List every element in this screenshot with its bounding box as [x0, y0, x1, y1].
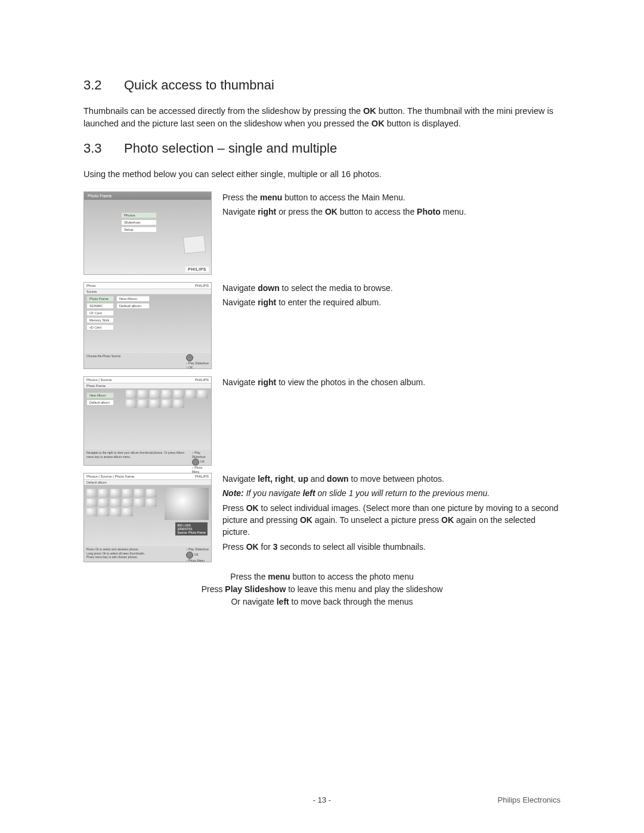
thumbnail — [122, 508, 133, 516]
screenshot-photo-grid: Photos | Source | Photo framePHILIPS Def… — [83, 473, 212, 562]
ok-button-icon — [186, 354, 193, 361]
source-ms: Memory Stick — [86, 317, 114, 323]
note-text: Note: If you navigate left on slide 1 yo… — [222, 487, 561, 499]
brand-logo: PHILIPS — [195, 284, 209, 287]
album-new: New Album — [86, 392, 114, 398]
step-row-1: Photo Frame Photos Slideshow Setup PHILI… — [83, 191, 561, 275]
thumbnail — [138, 390, 148, 398]
source-list: Photo Frame SD/MMC CF Card Memory Stick … — [86, 296, 114, 332]
section-number: 3.3 — [83, 141, 107, 156]
step-1-text: Press the menu button to access the Main… — [222, 191, 561, 275]
thumbnail — [146, 498, 157, 507]
screenshot-footer: Press Ok to select and deselect photos. … — [84, 546, 211, 562]
menu-item-setup: Setup — [121, 227, 157, 233]
thumbnail — [110, 498, 121, 507]
thumbnail — [134, 489, 145, 497]
album-default: Default album — [86, 400, 114, 405]
thumbnail — [86, 498, 97, 507]
section-3-3-intro: Using the method below you can select ei… — [83, 168, 561, 181]
selected-photo-preview — [165, 488, 209, 520]
sub-header: Default album — [84, 480, 211, 485]
section-title: Photo selection – single and multiple — [124, 141, 337, 156]
screenshot-footer: Navigate to the right to view your album… — [84, 450, 211, 465]
step-4-text: Navigate left, right, up and down to mov… — [222, 473, 561, 562]
thumbnail — [98, 508, 109, 516]
thumbnail — [150, 400, 160, 408]
closing-instructions: Press the menu button to access the phot… — [83, 571, 561, 608]
main-menu-list: Photos Slideshow Setup — [121, 212, 157, 234]
thumbnail — [150, 390, 160, 398]
source-photo-frame: Photo Frame — [86, 296, 114, 302]
thumbnail — [110, 508, 121, 516]
sub-header: Photo Frame — [84, 383, 211, 389]
section-3-3-heading: 3.3 Photo selection – single and multipl… — [83, 141, 561, 156]
brand-logo: PHILIPS — [195, 475, 209, 478]
page-number: - 13 - — [313, 795, 331, 804]
screenshot-source-menu: PhotoPHILIPS Source Photo Frame SD/MMC C… — [83, 282, 212, 369]
thumbnail — [197, 390, 208, 398]
thumbnail-grid — [126, 390, 209, 408]
menu-item-photos: Photos — [121, 212, 157, 218]
thumbnail-grid — [86, 489, 161, 516]
thumbnail — [162, 400, 172, 408]
section-number: 3.2 — [83, 78, 107, 93]
section-3-2-heading: 3.2 Quick access to thumbnai — [83, 78, 561, 93]
thumbnail — [138, 400, 148, 408]
breadcrumb: Photos | Source — [86, 378, 112, 382]
album-list: New Album Default album — [86, 392, 114, 407]
thumbnail — [110, 489, 121, 497]
brand-logo: PHILIPS — [185, 267, 209, 272]
thumbnail — [126, 400, 137, 408]
thumbnail — [126, 390, 137, 398]
brand-logo: PHILIPS — [195, 378, 209, 382]
source-cf: CF Card — [86, 310, 114, 316]
thumbnail — [162, 390, 172, 398]
thumbnail — [98, 498, 109, 507]
thumbnail — [122, 498, 133, 507]
photo-metadata: 800 x 600 2006/07/01 Source: Photo Frame — [175, 522, 208, 535]
step-3-text: Navigate right to view the photos in the… — [222, 376, 561, 466]
thumbnail — [122, 489, 133, 497]
breadcrumb: Photos | Source | Photo frame — [86, 475, 134, 478]
step-row-2: PhotoPHILIPS Source Photo Frame SD/MMC C… — [83, 282, 561, 369]
thumbnail — [86, 508, 97, 516]
section-3-2-body: Thumbnails can be accessed directly from… — [83, 105, 561, 130]
thumbnail — [134, 498, 145, 507]
album-new: New Album — [116, 296, 150, 302]
footer-brand: Philips Electronics — [498, 795, 561, 804]
thumbnail — [86, 489, 97, 497]
screenshot-album-thumbs: Photos | SourcePHILIPS Photo Frame New A… — [83, 376, 212, 466]
thumbnail — [174, 390, 184, 398]
section-title: Quick access to thumbnai — [124, 78, 274, 93]
album-list: New Album Default album — [116, 296, 150, 310]
album-default: Default album — [116, 303, 150, 309]
breadcrumb: Photo — [86, 284, 96, 287]
ok-button-icon — [192, 459, 199, 466]
step-2-text: Navigate down to select the media to bro… — [222, 282, 561, 369]
thumbnail — [98, 489, 109, 497]
thumbnail — [146, 489, 157, 497]
manual-page: 3.2 Quick access to thumbnai Thumbnails … — [0, 0, 644, 833]
thumbnail — [174, 400, 184, 408]
source-xd: xD Card — [86, 324, 114, 330]
sub-header: Source — [84, 289, 211, 295]
photo-preview-icon — [183, 235, 206, 254]
frame-title: Photo Frame — [84, 192, 211, 200]
ok-button-icon — [186, 552, 193, 559]
step-row-3: Photos | SourcePHILIPS Photo Frame New A… — [83, 376, 561, 466]
screenshot-main-menu: Photo Frame Photos Slideshow Setup PHILI… — [83, 191, 212, 275]
screenshot-footer: Choose the Photo Source ○ Play Slideshow… — [84, 353, 211, 368]
step-row-4: Photos | Source | Photo framePHILIPS Def… — [83, 473, 561, 562]
page-footer: - 13 - Philips Electronics — [83, 795, 561, 804]
thumbnail — [185, 390, 196, 398]
menu-item-slideshow: Slideshow — [121, 219, 157, 225]
source-sd: SD/MMC — [86, 303, 114, 309]
